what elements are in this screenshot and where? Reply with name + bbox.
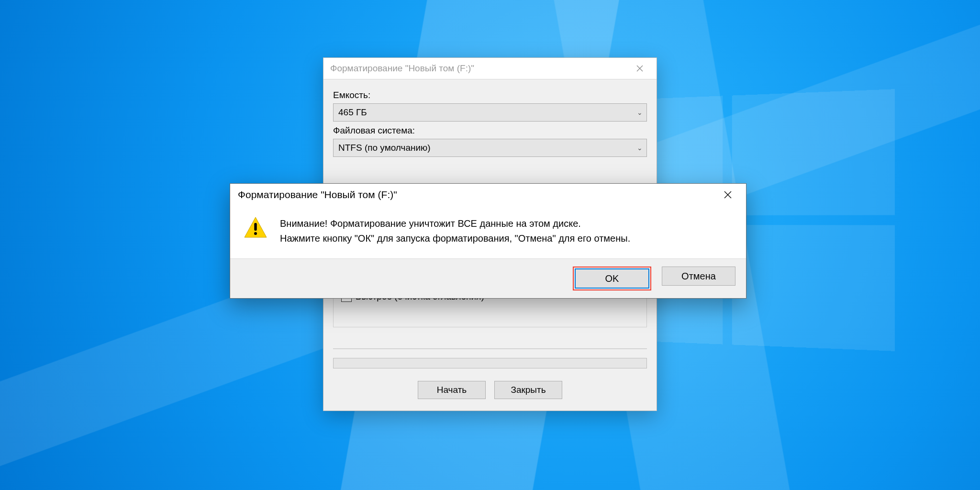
close-button[interactable]: Закрыть	[494, 381, 562, 399]
ok-button-label: OK	[605, 273, 619, 284]
chevron-down-icon: ⌄	[637, 109, 643, 116]
ok-button[interactable]: OK	[575, 268, 649, 289]
capacity-label: Емкость:	[333, 90, 647, 100]
format-dialog-title: Форматирование "Новый том (F:)"	[330, 63, 626, 74]
svg-point-2	[254, 232, 257, 235]
chevron-down-icon: ⌄	[637, 144, 643, 152]
cancel-button-label: Отмена	[681, 271, 716, 282]
confirm-format-dialog: Форматирование "Новый том (F:)" Внимание…	[230, 183, 746, 299]
filesystem-select[interactable]: NTFS (по умолчанию) ⌄	[333, 139, 647, 157]
warning-icon	[244, 216, 267, 246]
format-progress-bar	[333, 358, 647, 368]
confirm-dialog-titlebar[interactable]: Форматирование "Новый том (F:)"	[230, 184, 746, 206]
svg-rect-1	[254, 223, 256, 231]
ok-button-highlight: OK	[573, 267, 651, 290]
start-button-label: Начать	[437, 385, 467, 395]
filesystem-label: Файловая система:	[333, 125, 647, 136]
filesystem-value: NTFS (по умолчанию)	[338, 143, 431, 153]
start-button[interactable]: Начать	[418, 381, 486, 399]
close-icon[interactable]	[713, 184, 742, 206]
divider	[333, 348, 647, 349]
cancel-button[interactable]: Отмена	[662, 267, 735, 286]
close-button-label: Закрыть	[511, 385, 546, 395]
confirm-message-line1: Внимание! Форматирование уничтожит ВСЕ д…	[280, 216, 630, 231]
capacity-value: 465 ГБ	[338, 107, 367, 118]
format-dialog-titlebar[interactable]: Форматирование "Новый том (F:)"	[323, 58, 657, 79]
confirm-message-line2: Нажмите кнопку "ОК" для запуска форматир…	[280, 231, 630, 246]
close-icon[interactable]	[626, 58, 654, 79]
confirm-dialog-title: Форматирование "Новый том (F:)"	[238, 189, 713, 200]
capacity-select[interactable]: 465 ГБ ⌄	[333, 103, 647, 122]
